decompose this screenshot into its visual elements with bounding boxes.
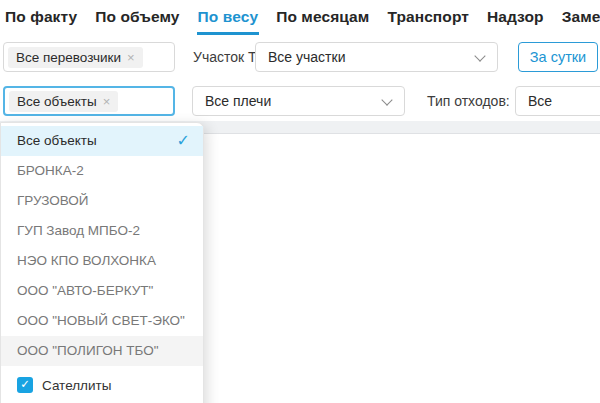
site-select-value: Все участки — [268, 49, 345, 65]
dropdown-option[interactable]: ООО "АВТО-БЕРКУТ" — [1, 276, 203, 306]
chevron-down-icon — [381, 94, 392, 105]
shoulders-select[interactable]: Все плечи — [192, 86, 405, 116]
dropdown-option-label: НЭО КПО ВОЛХОНКА — [17, 253, 156, 268]
dropdown-option-label: ООО "АВТО-БЕРКУТ" — [17, 283, 153, 298]
shoulders-select-value: Все плечи — [205, 93, 271, 109]
dropdown-option[interactable]: ГРУЗОВОЙ — [1, 186, 203, 216]
waste-type-label: Тип отходов: — [427, 86, 510, 116]
carriers-tag-label: Все перевозчики — [16, 50, 121, 65]
tab-bar: По факту По объему По весу По месяцам Тр… — [4, 6, 600, 35]
dropdown-option-label: БРОНКА-2 — [17, 163, 84, 178]
satellites-checkbox-row[interactable]: ✓ Сателлиты — [1, 373, 203, 397]
waste-type-select[interactable]: Все — [515, 86, 600, 116]
carriers-tagbox[interactable]: Все перевозчики × — [3, 42, 175, 72]
dropdown-option-label: ГУП Завод МПБО-2 — [17, 223, 140, 238]
tab-transport[interactable]: Транспорт — [386, 6, 470, 35]
remove-tag-icon[interactable]: × — [127, 51, 135, 64]
tab-po-mesyatsam[interactable]: По месяцам — [275, 6, 370, 35]
objects-tag-label: Все объекты — [17, 94, 97, 109]
satellites-label: Сателлиты — [42, 378, 111, 393]
objects-dropdown-panel: Все объекты ✓ БРОНКА-2 ГРУЗОВОЙ ГУП Заво… — [0, 122, 204, 403]
check-icon: ✓ — [177, 126, 190, 156]
dropdown-option[interactable]: НЭО КПО ВОЛХОНКА — [1, 246, 203, 276]
tab-nadzor[interactable]: Надзор — [486, 6, 545, 35]
waste-type-select-value: Все — [528, 93, 552, 109]
dropdown-option-label: ООО "НОВЫЙ СВЕТ-ЭКО" — [17, 313, 185, 328]
dropdown-option-label: ООО "ПОЛИГОН ТБО" — [17, 343, 158, 358]
period-button[interactable]: За сутки — [518, 42, 598, 72]
dropdown-option[interactable]: Все объекты ✓ — [1, 126, 203, 156]
objects-tag-chip: Все объекты × — [9, 91, 118, 112]
tab-zamery[interactable]: Замеры — [561, 6, 600, 35]
checkbox-checked-icon[interactable]: ✓ — [17, 377, 33, 393]
site-select[interactable]: Все участки — [255, 42, 498, 72]
dropdown-option-label: ГРУЗОВОЙ — [17, 193, 89, 208]
dropdown-option-label: Все объекты — [17, 133, 97, 148]
app-window: По факту По объему По весу По месяцам Тр… — [0, 0, 600, 403]
objects-tagbox[interactable]: Все объекты × — [3, 86, 175, 116]
dropdown-option[interactable]: ГУП Завод МПБО-2 — [1, 216, 203, 246]
tab-po-vesu[interactable]: По весу — [197, 6, 260, 35]
tab-po-faktu[interactable]: По факту — [4, 6, 78, 35]
tab-po-obyemu[interactable]: По объему — [94, 6, 180, 35]
remove-tag-icon[interactable]: × — [103, 95, 111, 108]
checkbox-check-glyph: ✓ — [20, 379, 30, 391]
dropdown-option[interactable]: ООО "НОВЫЙ СВЕТ-ЭКО" — [1, 306, 203, 336]
carriers-tag-chip: Все перевозчики × — [8, 47, 143, 68]
dropdown-option[interactable]: БРОНКА-2 — [1, 156, 203, 186]
dropdown-option[interactable]: ООО "ПОЛИГОН ТБО" — [1, 336, 203, 366]
chevron-down-icon — [474, 50, 485, 61]
